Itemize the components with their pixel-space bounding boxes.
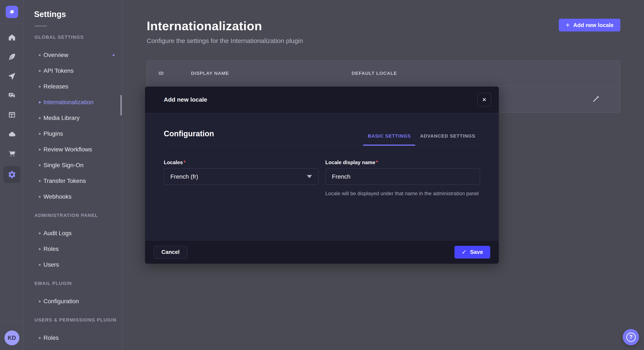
modal-header: Add new locale ✕	[145, 87, 499, 113]
bullet-icon	[39, 70, 41, 72]
sidebar-item-audit-logs[interactable]: Audit Logs	[24, 225, 122, 241]
bullet-icon	[39, 196, 41, 198]
bullet-icon	[39, 86, 41, 88]
bullet-icon	[39, 337, 41, 339]
media-library-icon[interactable]	[5, 89, 19, 102]
question-icon: ?	[626, 333, 636, 342]
cancel-button[interactable]: Cancel	[154, 246, 188, 259]
cloud-icon[interactable]	[5, 127, 19, 141]
column-header-default-locale: DEFAULT LOCALE	[352, 71, 620, 76]
home-icon[interactable]	[5, 31, 19, 44]
settings-subnav: Settings GLOBAL SETTINGS Overview API To…	[24, 0, 122, 350]
sidebar-item-review-workflows[interactable]: Review Workflows	[24, 142, 122, 157]
help-button[interactable]: ?	[623, 329, 639, 345]
chevron-down-icon	[307, 175, 312, 178]
sidebar-item-overview[interactable]: Overview	[24, 47, 122, 63]
edit-locale-button[interactable]	[592, 95, 600, 104]
subnav-title: Settings	[24, 0, 122, 19]
bullet-icon	[39, 54, 41, 56]
sidebar-item-api-tokens[interactable]: API Tokens	[24, 63, 122, 79]
main-icon-sidebar: KD	[0, 0, 24, 350]
display-name-hint: Locale will be displayed under that name…	[326, 190, 480, 197]
page-title: Internationalization	[147, 19, 303, 33]
bullet-icon	[39, 117, 41, 119]
sidebar-item-media-library[interactable]: Media Library	[24, 110, 122, 126]
content-manager-icon[interactable]	[5, 108, 19, 122]
scrollbar-thumb[interactable]	[120, 95, 122, 116]
pencil-icon	[592, 95, 600, 103]
quill-icon[interactable]	[5, 50, 19, 64]
display-name-input[interactable]	[326, 169, 480, 185]
section-email-plugin: EMAIL PLUGIN	[34, 281, 122, 286]
column-header-display-name: DISPLAY NAME	[191, 71, 352, 76]
bullet-icon	[39, 264, 41, 266]
sidebar-item-email-configuration[interactable]: Configuration	[24, 293, 122, 309]
add-new-locale-button[interactable]: + Add new locale	[559, 19, 620, 31]
bullet-icon	[39, 101, 41, 103]
sidebar-item-internationalization[interactable]: Internationalization	[24, 94, 122, 110]
bullet-icon	[39, 164, 41, 166]
locales-label: Locales*	[164, 160, 318, 166]
sidebar-item-webhooks[interactable]: Webhooks	[24, 189, 122, 204]
bullet-icon	[39, 232, 41, 234]
required-asterisk: *	[183, 160, 185, 165]
save-button[interactable]: ✓ Save	[454, 246, 490, 259]
bullet-icon	[39, 133, 41, 135]
locales-select-value: French (fr)	[170, 173, 198, 180]
section-administration-panel: ADMINISTRATION PANEL	[34, 213, 122, 218]
strapi-admin-app: KD Settings GLOBAL SETTINGS Overview API…	[0, 0, 644, 350]
required-asterisk: *	[376, 160, 378, 165]
sidebar-item-plugins[interactable]: Plugins	[24, 126, 122, 142]
sidebar-item-admin-roles[interactable]: Roles	[24, 241, 122, 257]
modal-body: Configuration BASIC SETTINGS ADVANCED SE…	[145, 113, 499, 240]
subnav-title-divider	[34, 26, 47, 26]
sidebar-item-releases[interactable]: Releases	[24, 79, 122, 94]
display-name-label: Locale display name*	[326, 160, 480, 166]
strapi-logo[interactable]	[6, 6, 18, 18]
page-subtitle: Configure the settings for the Internati…	[147, 37, 303, 44]
plus-icon: +	[566, 21, 570, 28]
page-header-text: Internationalization Configure the setti…	[147, 19, 303, 44]
bullet-icon	[39, 180, 41, 182]
bullet-icon	[39, 248, 41, 250]
locales-field: Locales* French (fr)	[164, 160, 318, 197]
column-header-id: ID	[159, 71, 191, 76]
bullet-icon	[39, 149, 41, 151]
sidebar-item-transfer-tokens[interactable]: Transfer Tokens	[24, 173, 122, 189]
section-global-settings: GLOBAL SETTINGS	[34, 34, 122, 40]
user-avatar[interactable]: KD	[4, 331, 20, 345]
table-header-row: ID DISPLAY NAME DEFAULT LOCALE	[147, 61, 620, 86]
tab-advanced-settings[interactable]: ADVANCED SETTINGS	[415, 127, 480, 145]
modal-footer: Cancel ✓ Save	[145, 240, 499, 264]
bullet-icon	[39, 301, 41, 302]
modal-title: Add new locale	[164, 96, 207, 103]
configuration-section-title: Configuration	[164, 129, 214, 138]
settings-tabs: BASIC SETTINGS ADVANCED SETTINGS	[363, 127, 480, 145]
close-icon[interactable]: ✕	[478, 93, 491, 107]
locales-select[interactable]: French (fr)	[164, 169, 318, 185]
sidebar-item-providers[interactable]: Providers	[24, 346, 122, 350]
sidebar-item-users[interactable]: Users	[24, 257, 122, 273]
send-icon[interactable]	[5, 69, 19, 83]
rail-bottom-divider	[0, 322, 24, 322]
display-name-field: Locale display name* Locale will be disp…	[326, 160, 480, 197]
section-users-permissions-plugin: USERS & PERMISSIONS PLUGIN	[34, 317, 122, 323]
sidebar-item-up-roles[interactable]: Roles	[24, 330, 122, 346]
settings-gear-icon[interactable]	[4, 166, 20, 183]
sidebar-item-single-sign-on[interactable]: Single Sign-On	[24, 157, 122, 173]
tab-basic-settings[interactable]: BASIC SETTINGS	[363, 127, 415, 145]
strapi-logo-glyph	[8, 8, 16, 15]
marketplace-cart-icon[interactable]	[5, 147, 19, 160]
check-icon: ✓	[462, 249, 466, 256]
notification-dot	[113, 54, 114, 56]
add-new-locale-modal: Add new locale ✕ Configuration BASIC SET…	[145, 87, 499, 264]
